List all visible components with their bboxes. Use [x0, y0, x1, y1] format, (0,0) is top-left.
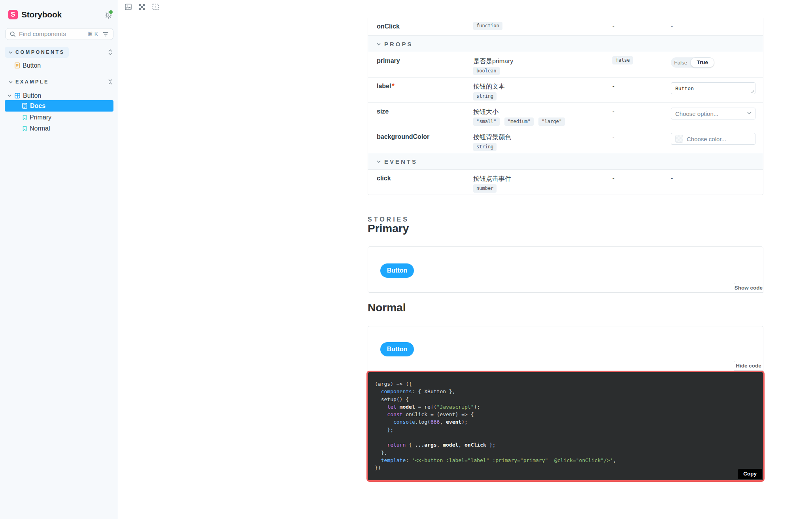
args-table: onClick function - - PROPS primary 是否是pr…: [368, 18, 763, 195]
doc-icon: [22, 103, 27, 109]
select-placeholder: Choose option...: [675, 110, 718, 117]
type-option-chip: "large": [538, 117, 565, 126]
sidebar-item-primary[interactable]: Primary: [0, 112, 118, 123]
sidebar-section-example: EXAMPLE: [0, 76, 118, 87]
search-placeholder: Find components: [19, 30, 87, 38]
default-value: -: [612, 175, 614, 182]
settings-gear-icon[interactable]: [104, 11, 113, 19]
type-chip: function: [473, 22, 502, 30]
search-icon: [10, 31, 16, 37]
default-value: -: [612, 133, 614, 140]
expand-all-icon[interactable]: [108, 49, 113, 56]
story-title-primary: Primary: [368, 222, 409, 235]
sidebar-item-label: Button: [23, 92, 41, 99]
app-title: Storybook: [21, 10, 62, 19]
logo-letter: S: [11, 11, 15, 19]
arg-name: click: [377, 175, 391, 182]
sidebar: S Storybook Find components ⌘ K COMPONEN…: [0, 0, 118, 519]
type-chip: string: [473, 92, 497, 100]
arg-name: label: [377, 83, 391, 89]
select-dropdown[interactable]: Choose option...: [671, 108, 755, 119]
sidebar-item-label: Button: [23, 62, 41, 69]
background-grid-icon[interactable]: [139, 4, 145, 10]
collapse-all-icon[interactable]: [108, 78, 113, 85]
type-option-chip: "small": [473, 117, 500, 126]
type-option-chip: "medium": [504, 117, 534, 126]
bookmark-icon: [23, 115, 27, 120]
color-swatch-icon[interactable]: [675, 135, 683, 143]
hide-code-button[interactable]: Hide code: [734, 361, 763, 371]
chevron-down-icon: [9, 51, 13, 54]
color-picker-input[interactable]: Choose color...: [671, 133, 755, 145]
toggle-false-label[interactable]: False: [671, 60, 690, 66]
arg-description: 按钮大小: [473, 108, 499, 116]
arg-description: 按钮的文本: [473, 83, 505, 91]
search-input[interactable]: Find components ⌘ K: [5, 28, 113, 40]
sidebar-item-docs-selected[interactable]: Docs: [5, 100, 113, 112]
sidebar-item-button-example[interactable]: Button: [0, 90, 118, 101]
args-row-onclick: onClick function - -: [368, 18, 763, 35]
filter-icon[interactable]: [103, 32, 109, 37]
default-chip: false: [612, 56, 633, 64]
chevron-down-icon: [8, 94, 11, 97]
primary-story-button[interactable]: Button: [380, 263, 414, 278]
section-label: EXAMPLE: [15, 79, 49, 85]
control-value: -: [671, 23, 755, 30]
sidebar-item-button-components[interactable]: Button: [0, 60, 118, 71]
canvas-image-icon[interactable]: [125, 4, 132, 10]
default-value: -: [612, 83, 614, 90]
arg-name: backgroundColor: [377, 133, 429, 140]
args-row-backgroundcolor: backgroundColor 按钮背景颜色 string - Choose c…: [368, 128, 763, 153]
type-chip: boolean: [473, 67, 500, 75]
type-chip: string: [473, 143, 497, 151]
type-chip: number: [473, 184, 497, 193]
args-row-size: size 按钮大小 "small" "medium" "large" - Cho…: [368, 102, 763, 128]
doc-icon: [15, 63, 20, 68]
required-asterisk: *: [392, 83, 394, 89]
story-title-normal: Normal: [368, 301, 406, 314]
story-preview-normal: Button Hide code: [368, 326, 763, 371]
canvas-toolbar: [118, 0, 812, 14]
arg-name: size: [377, 108, 389, 115]
code-block-surface: (args) => ({ components: { XButton }, se…: [368, 372, 763, 480]
measure-outline-icon[interactable]: [152, 4, 159, 10]
normal-story-button[interactable]: Button: [380, 342, 414, 356]
arg-description: 按钮点击事件: [473, 175, 511, 183]
components-section-header[interactable]: COMPONENTS: [5, 47, 69, 58]
story-preview-primary: Button Show code: [368, 246, 763, 293]
sidebar-section-components: COMPONENTS: [0, 47, 118, 58]
toggle-true-label[interactable]: True: [690, 57, 714, 68]
code-block: (args) => ({ components: { XButton }, se…: [366, 371, 765, 482]
arg-description: 按钮背景颜色: [473, 133, 511, 142]
bookmark-icon: [23, 126, 27, 131]
arg-description: 是否是primary: [473, 57, 513, 66]
text-input[interactable]: Button: [671, 82, 755, 94]
default-value: -: [612, 23, 614, 30]
section-title: EVENTS: [384, 158, 417, 165]
boolean-toggle[interactable]: False True: [671, 57, 714, 68]
control-value: -: [671, 175, 755, 182]
show-code-button[interactable]: Show code: [734, 283, 763, 293]
sidebar-item-label: Docs: [30, 102, 45, 110]
sidebar-item-normal[interactable]: Normal: [0, 123, 118, 134]
arg-name: onClick: [377, 23, 400, 30]
brand-row: S Storybook: [8, 10, 62, 19]
chevron-down-icon: [377, 160, 381, 163]
args-row-label: label* 按钮的文本 string - Button: [368, 77, 763, 102]
search-shortcut: ⌘ K: [87, 31, 98, 37]
args-row-click: click 按钮点击事件 number - -: [368, 169, 763, 195]
storybook-logo[interactable]: S: [8, 10, 18, 19]
props-section-row[interactable]: PROPS: [368, 35, 763, 52]
default-value: -: [612, 108, 614, 115]
resize-grip-icon[interactable]: [751, 89, 754, 93]
sidebar-item-label: Normal: [30, 125, 50, 132]
color-placeholder: Choose color...: [687, 136, 726, 142]
chevron-down-icon: [747, 112, 752, 115]
section-label: COMPONENTS: [15, 49, 65, 55]
copy-button[interactable]: Copy: [738, 469, 762, 479]
example-section-header[interactable]: EXAMPLE: [5, 76, 53, 87]
notification-dot: [108, 9, 113, 15]
chevron-down-icon: [9, 81, 13, 83]
component-icon: [15, 93, 20, 98]
events-section-row[interactable]: EVENTS: [368, 153, 763, 169]
